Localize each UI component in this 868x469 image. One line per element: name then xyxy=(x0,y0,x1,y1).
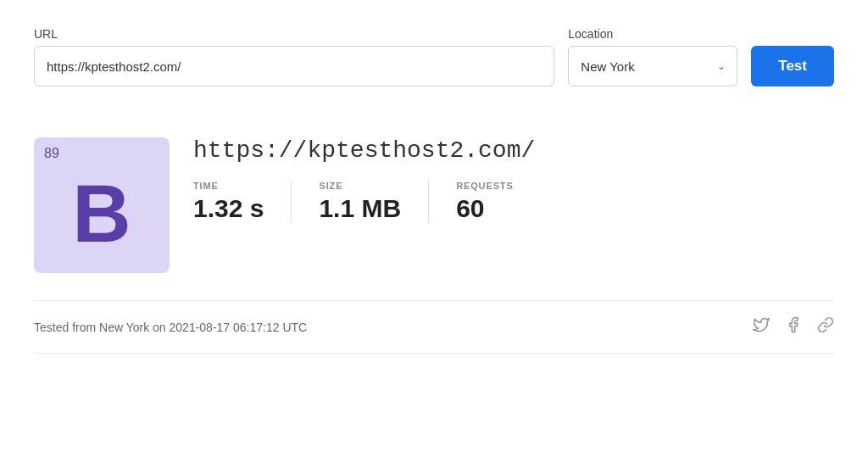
test-button[interactable]: Test xyxy=(751,46,834,87)
metric-size-label: SIZE xyxy=(319,181,401,191)
metric-requests-value: 60 xyxy=(456,194,514,223)
grade-score: 89 xyxy=(44,146,59,161)
metric-time-label: TIME xyxy=(193,181,264,191)
location-select[interactable]: New York London Frankfurt Singapore Sydn… xyxy=(568,46,737,87)
social-icons xyxy=(753,316,834,338)
grade-letter: B xyxy=(72,173,131,254)
result-card: 89 B https://kptesthost2.com/ TIME 1.32 … xyxy=(34,117,834,300)
result-url: https://kptesthost2.com/ xyxy=(193,137,834,164)
metric-requests: REQUESTS 60 xyxy=(456,181,541,223)
metric-size-value: 1.1 MB xyxy=(319,194,401,223)
location-select-wrapper: New York London Frankfurt Singapore Sydn… xyxy=(568,46,737,87)
location-label: Location xyxy=(568,27,737,41)
footer-text: Tested from New York on 2021-08-17 06:17… xyxy=(34,321,307,334)
metric-requests-label: REQUESTS xyxy=(456,181,514,191)
url-label: URL xyxy=(34,27,554,41)
location-field-group: Location New York London Frankfurt Singa… xyxy=(568,27,737,87)
grade-box: 89 B xyxy=(34,137,170,273)
result-details: https://kptesthost2.com/ TIME 1.32 s SIZ… xyxy=(193,137,834,223)
facebook-icon[interactable] xyxy=(785,316,802,338)
form-row: URL Location New York London Frankfurt S… xyxy=(34,27,834,87)
metric-time: TIME 1.32 s xyxy=(193,181,292,223)
main-container: URL Location New York London Frankfurt S… xyxy=(0,0,868,381)
footer-bar: Tested from New York on 2021-08-17 06:17… xyxy=(34,300,834,354)
metrics-row: TIME 1.32 s SIZE 1.1 MB REQUESTS 60 xyxy=(193,181,834,223)
url-field-group: URL xyxy=(34,27,554,87)
metric-size: SIZE 1.1 MB xyxy=(319,181,429,223)
twitter-icon[interactable] xyxy=(753,316,770,338)
url-input[interactable] xyxy=(34,46,554,87)
link-icon[interactable] xyxy=(817,316,834,338)
metric-time-value: 1.32 s xyxy=(193,194,264,223)
